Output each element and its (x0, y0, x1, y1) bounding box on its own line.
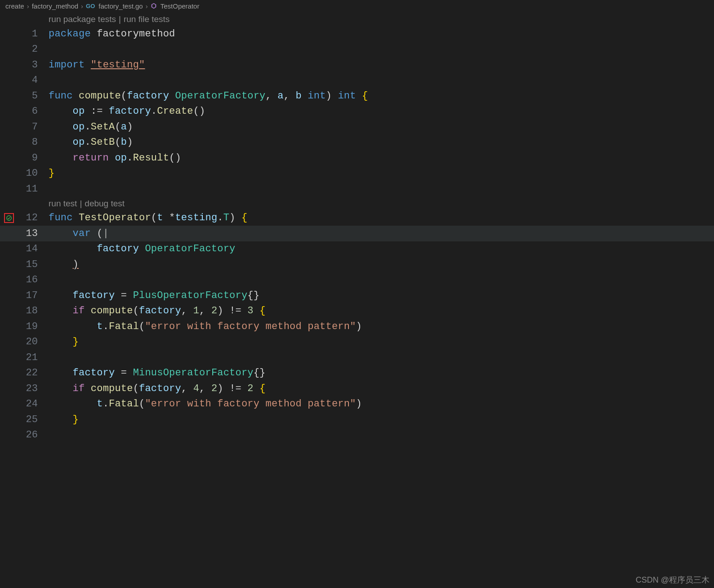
code-line[interactable]: 21 (0, 350, 714, 365)
code-content[interactable]: t.Fatal("error with factory method patte… (40, 321, 362, 332)
line-number: 16 (18, 274, 40, 285)
code-content[interactable]: } (40, 336, 79, 347)
code-line[interactable]: 8 op.SetB(b) (0, 135, 714, 151)
line-number: 1 (18, 28, 40, 40)
breadcrumb: create › factory_method › GO factory_tes… (0, 0, 714, 13)
codelens-action[interactable]: run file tests (124, 14, 170, 24)
code-editor[interactable]: run package tests|run file tests1package… (0, 13, 714, 443)
test-pass-icon[interactable] (4, 213, 14, 223)
line-number: 18 (18, 305, 40, 316)
codelens-action[interactable]: run package tests (49, 14, 116, 24)
line-number: 15 (18, 259, 40, 270)
code-line[interactable]: 23 if compute(factory, 4, 2) != 2 { (0, 381, 714, 396)
code-line[interactable]: 14 factory OperatorFactory (0, 241, 714, 257)
watermark-text: CSDN @程序员三木 (636, 575, 710, 585)
code-content[interactable]: factory = MinusOperatorFactory{} (40, 367, 266, 379)
code-content[interactable]: t.Fatal("error with factory method patte… (40, 398, 362, 410)
code-content[interactable]: if compute(factory, 1, 2) != 3 { (40, 305, 266, 316)
code-content[interactable]: factory OperatorFactory (40, 243, 235, 254)
code-line[interactable]: 15 ) (0, 257, 714, 272)
line-number: 4 (18, 75, 40, 86)
code-line[interactable]: 10} (0, 166, 714, 182)
line-number: 9 (18, 152, 40, 164)
chevron-right-icon: › (146, 2, 148, 10)
code-content[interactable]: op := factory.Create() (40, 106, 205, 117)
code-content[interactable]: ) (40, 259, 79, 270)
code-line[interactable]: 7 op.SetA(a) (0, 119, 714, 135)
line-number: 24 (18, 398, 40, 410)
line-number: 19 (18, 321, 40, 332)
code-line[interactable]: 6 op := factory.Create() (0, 104, 714, 120)
line-number: 12 (18, 212, 40, 223)
line-number: 14 (18, 243, 40, 254)
breadcrumb-file[interactable]: factory_test.go (98, 2, 143, 10)
code-line[interactable]: 26 (0, 428, 714, 443)
line-number: 22 (18, 367, 40, 379)
code-line[interactable]: 5func compute(factory OperatorFactory, a… (0, 88, 714, 104)
code-content[interactable]: } (40, 414, 79, 425)
test-gutter (0, 213, 18, 223)
code-line[interactable]: 4 (0, 73, 714, 89)
code-content[interactable]: if compute(factory, 4, 2) != 2 { (40, 383, 266, 394)
line-number: 8 (18, 137, 40, 148)
code-line[interactable]: 1package factorymethod (0, 26, 714, 42)
code-line[interactable]: 2 (0, 42, 714, 58)
line-number: 11 (18, 183, 40, 195)
chevron-right-icon: › (27, 2, 29, 10)
line-number: 6 (18, 106, 40, 117)
code-content[interactable]: func compute(factory OperatorFactory, a,… (40, 90, 368, 102)
line-number: 23 (18, 383, 40, 394)
go-file-icon: GO (86, 3, 95, 9)
code-content[interactable]: var (| (40, 228, 109, 239)
line-number: 2 (18, 44, 40, 55)
line-number: 5 (18, 90, 40, 102)
code-line[interactable]: 17 factory = PlusOperatorFactory{} (0, 288, 714, 303)
code-line[interactable]: 18 if compute(factory, 1, 2) != 3 { (0, 303, 714, 319)
code-content[interactable]: package factorymethod (40, 28, 175, 40)
breadcrumb-item[interactable]: factory_method (32, 2, 78, 10)
code-line[interactable]: 20 } (0, 334, 714, 350)
line-number: 21 (18, 352, 40, 363)
line-number: 26 (18, 429, 40, 441)
breadcrumb-item[interactable]: create (5, 2, 24, 10)
line-number: 25 (18, 414, 40, 425)
symbol-method-icon (151, 3, 157, 9)
code-content[interactable]: factory = PlusOperatorFactory{} (40, 290, 259, 301)
code-line[interactable]: 16 (0, 272, 714, 288)
line-number: 7 (18, 121, 40, 133)
chevron-right-icon: › (81, 2, 83, 10)
codelens-action[interactable]: run test (49, 199, 77, 209)
code-line[interactable]: 9 return op.Result() (0, 150, 714, 166)
code-line[interactable]: 12func TestOperator(t *testing.T) { (0, 210, 714, 226)
code-line[interactable]: 22 factory = MinusOperatorFactory{} (0, 365, 714, 381)
code-line[interactable]: 11 (0, 181, 714, 197)
code-line[interactable]: 25 } (0, 412, 714, 428)
code-content[interactable]: func TestOperator(t *testing.T) { (40, 212, 247, 223)
code-content[interactable]: import "testing" (40, 59, 145, 71)
codelens: run test|debug test (49, 197, 714, 210)
code-content[interactable]: op.SetB(b) (40, 137, 133, 148)
code-content[interactable] (40, 429, 73, 441)
line-number: 10 (18, 168, 40, 179)
breadcrumb-symbol[interactable]: TestOperator (161, 2, 200, 10)
codelens-action[interactable]: debug test (85, 199, 125, 209)
code-line[interactable]: 3import "testing" (0, 57, 714, 73)
code-line[interactable]: 24 t.Fatal("error with factory method pa… (0, 396, 714, 412)
code-content[interactable]: op.SetA(a) (40, 121, 133, 133)
line-number: 17 (18, 290, 40, 301)
line-number: 3 (18, 59, 40, 71)
code-line[interactable]: 19 t.Fatal("error with factory method pa… (0, 319, 714, 334)
code-content[interactable]: return op.Result() (40, 152, 181, 164)
line-number: 20 (18, 336, 40, 347)
code-content[interactable]: } (40, 168, 54, 179)
codelens: run package tests|run file tests (49, 13, 714, 26)
line-number: 13 (18, 228, 40, 239)
separator: | (119, 14, 121, 24)
code-line[interactable]: 13 var (| (0, 226, 714, 241)
separator: | (80, 199, 82, 209)
